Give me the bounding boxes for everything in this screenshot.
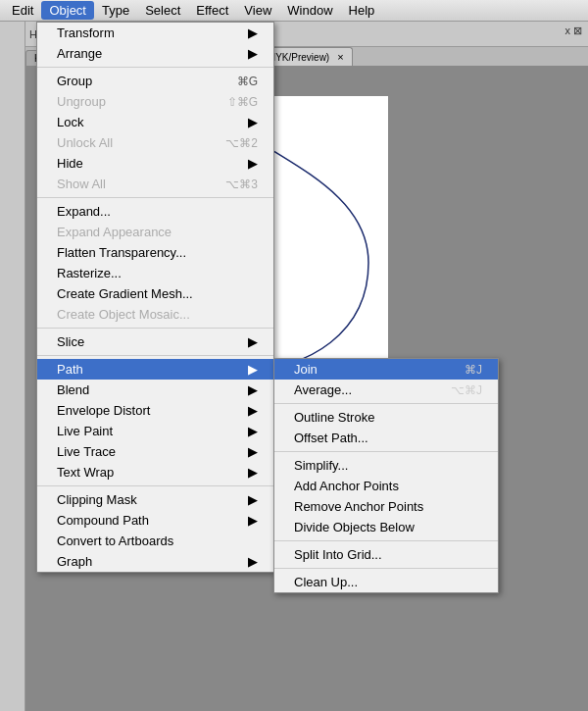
menu-transform-label: Transform bbox=[57, 25, 115, 40]
menu-mosaic-label: Create Object Mosaic... bbox=[57, 307, 190, 322]
menu-hide-label: Hide bbox=[57, 156, 83, 171]
menu-flatten[interactable]: Flatten Transparency... bbox=[37, 242, 273, 263]
menu-hide[interactable]: Hide ▶ bbox=[37, 153, 273, 174]
menu-group[interactable]: Group ⌘G bbox=[37, 71, 273, 91]
menu-view[interactable]: View bbox=[236, 1, 279, 20]
menu-blend[interactable]: Blend ▶ bbox=[37, 380, 273, 400]
submenu-outline-stroke[interactable]: Outline Stroke bbox=[274, 407, 498, 428]
menu-live-paint-label: Live Paint bbox=[57, 424, 113, 438]
menu-graph-label: Graph bbox=[57, 554, 92, 569]
menu-select[interactable]: Select bbox=[137, 1, 188, 20]
arrow-icon: ▶ bbox=[248, 115, 258, 129]
menu-flatten-label: Flatten Transparency... bbox=[57, 245, 186, 260]
menu-live-paint[interactable]: Live Paint ▶ bbox=[37, 421, 273, 441]
menu-expand[interactable]: Expand... bbox=[37, 201, 273, 222]
menu-lock[interactable]: Lock ▶ bbox=[37, 112, 273, 132]
unlock-shortcut: ⌥⌘2 bbox=[225, 136, 258, 150]
menu-show-all[interactable]: Show All ⌥⌘3 bbox=[37, 174, 273, 194]
submenu-divide-objects[interactable]: Divide Objects Below bbox=[274, 517, 498, 537]
sub-sep-2 bbox=[274, 451, 498, 452]
menu-expand-label: Expand... bbox=[57, 204, 111, 219]
join-label: Join bbox=[294, 362, 318, 377]
average-label: Average... bbox=[294, 382, 352, 397]
split-label: Split Into Grid... bbox=[294, 547, 382, 562]
menu-envelope-distort[interactable]: Envelope Distort ▶ bbox=[37, 400, 273, 421]
menu-clipping-label: Clipping Mask bbox=[57, 492, 137, 507]
separator-3 bbox=[37, 328, 273, 329]
menu-ungroup-label: Ungroup bbox=[57, 94, 106, 109]
menu-ungroup[interactable]: Ungroup ⇧⌘G bbox=[37, 91, 273, 112]
menu-text-wrap-label: Text Wrap bbox=[57, 465, 114, 480]
menu-slice[interactable]: Slice ▶ bbox=[37, 331, 273, 352]
submenu-split-grid[interactable]: Split Into Grid... bbox=[274, 544, 498, 565]
sub-sep-4 bbox=[274, 568, 498, 569]
menu-unlock-all[interactable]: Unlock All ⌥⌘2 bbox=[37, 132, 273, 153]
menu-clipping-mask[interactable]: Clipping Mask ▶ bbox=[37, 489, 273, 510]
arrow-icon: ▶ bbox=[248, 156, 258, 171]
menu-live-trace[interactable]: Live Trace ▶ bbox=[37, 441, 273, 462]
menu-path[interactable]: Path ▶ Join ⌘J Average... ⌥⌘J Outline St… bbox=[37, 359, 273, 380]
menu-rasterize-label: Rasterize... bbox=[57, 266, 122, 280]
submenu-simplify[interactable]: Simplify... bbox=[274, 455, 498, 476]
menu-window[interactable]: Window bbox=[279, 1, 340, 20]
menu-gradient-label: Create Gradient Mesh... bbox=[57, 286, 193, 301]
menu-gradient-mesh[interactable]: Create Gradient Mesh... bbox=[37, 283, 273, 304]
menu-compound-path[interactable]: Compound Path ▶ bbox=[37, 510, 273, 531]
menu-type[interactable]: Type bbox=[94, 1, 137, 20]
simplify-label: Simplify... bbox=[294, 458, 348, 473]
menu-text-wrap[interactable]: Text Wrap ▶ bbox=[37, 462, 273, 482]
add-anchor-label: Add Anchor Points bbox=[294, 479, 399, 493]
menu-expand-appearance[interactable]: Expand Appearance bbox=[37, 222, 273, 242]
menu-rasterize[interactable]: Rasterize... bbox=[37, 263, 273, 283]
menu-lock-label: Lock bbox=[57, 115, 83, 129]
show-shortcut: ⌥⌘3 bbox=[225, 178, 258, 191]
menu-help[interactable]: Help bbox=[341, 1, 383, 20]
cleanup-label: Clean Up... bbox=[294, 575, 358, 589]
x-coord: x ⊠ bbox=[564, 25, 582, 37]
arrow-icon: ▶ bbox=[248, 424, 258, 438]
average-shortcut: ⌥⌘J bbox=[451, 383, 482, 397]
menu-expand-appearance-label: Expand Appearance bbox=[57, 225, 172, 239]
menu-edit[interactable]: Edit bbox=[4, 1, 41, 20]
submenu-remove-anchor[interactable]: Remove Anchor Points bbox=[274, 496, 498, 517]
separator-4 bbox=[37, 355, 273, 356]
arrow-icon: ▶ bbox=[248, 465, 258, 480]
arrow-icon: ▶ bbox=[248, 334, 258, 349]
menu-compound-label: Compound Path bbox=[57, 513, 149, 528]
separator-1 bbox=[37, 67, 273, 68]
separator-2 bbox=[37, 197, 273, 198]
submenu-average[interactable]: Average... ⌥⌘J bbox=[274, 380, 498, 400]
menu-effect[interactable]: Effect bbox=[188, 1, 236, 20]
arrow-icon: ▶ bbox=[248, 403, 258, 418]
arrow-icon: ▶ bbox=[248, 25, 258, 40]
menu-object[interactable]: Object bbox=[41, 1, 94, 20]
tab-close[interactable]: × bbox=[337, 51, 343, 63]
arrow-icon: ▶ bbox=[248, 362, 258, 377]
menu-blend-label: Blend bbox=[57, 382, 89, 397]
offset-label: Offset Path... bbox=[294, 431, 368, 445]
menu-transform[interactable]: Transform ▶ bbox=[37, 23, 273, 43]
menu-arrange-label: Arrange bbox=[57, 46, 102, 61]
menu-path-label: Path bbox=[57, 362, 83, 377]
submenu-add-anchor[interactable]: Add Anchor Points bbox=[274, 476, 498, 496]
separator-5 bbox=[37, 485, 273, 486]
menu-envelope-label: Envelope Distort bbox=[57, 403, 150, 418]
group-shortcut: ⌘G bbox=[237, 75, 258, 88]
submenu-join[interactable]: Join ⌘J bbox=[274, 359, 498, 380]
menubar: Edit Object Type Select Effect View Wind… bbox=[0, 0, 588, 22]
path-submenu: Join ⌘J Average... ⌥⌘J Outline Stroke Of… bbox=[273, 358, 499, 593]
ungroup-shortcut: ⇧⌘G bbox=[227, 95, 258, 109]
arrow-icon: ▶ bbox=[248, 554, 258, 569]
sub-sep-1 bbox=[274, 403, 498, 404]
arrow-icon: ▶ bbox=[248, 382, 258, 397]
arrow-icon: ▶ bbox=[248, 444, 258, 459]
menu-object-mosaic[interactable]: Create Object Mosaic... bbox=[37, 304, 273, 325]
submenu-clean-up[interactable]: Clean Up... bbox=[274, 572, 498, 592]
left-toolbar bbox=[0, 22, 25, 711]
menu-arrange[interactable]: Arrange ▶ bbox=[37, 43, 273, 64]
sub-sep-3 bbox=[274, 540, 498, 541]
menu-convert-label: Convert to Artboards bbox=[57, 533, 173, 548]
submenu-offset-path[interactable]: Offset Path... bbox=[274, 428, 498, 448]
menu-convert-artboards[interactable]: Convert to Artboards bbox=[37, 531, 273, 551]
menu-graph[interactable]: Graph ▶ bbox=[37, 551, 273, 572]
